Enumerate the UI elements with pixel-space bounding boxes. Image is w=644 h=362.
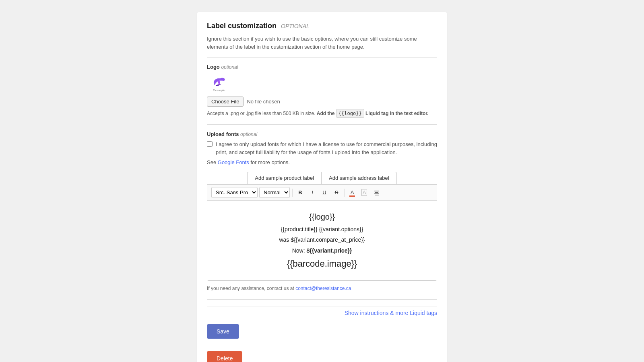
svg-rect-1 <box>374 191 379 191</box>
contact-link[interactable]: contact@theresistance.ca <box>295 286 351 291</box>
fonts-divider <box>207 124 437 125</box>
font-color-indicator <box>349 195 355 197</box>
delete-button[interactable]: Delete <box>207 351 242 362</box>
add-address-label-button[interactable]: Add sample address label <box>321 172 397 184</box>
choose-file-button[interactable]: Choose File <box>207 97 244 107</box>
editor-toolbar: Src. Sans Pro Normal B I U S A A <box>207 185 437 201</box>
font-select[interactable]: Src. Sans Pro <box>211 187 258 198</box>
show-instructions-row: Show instructions & more Liquid tags <box>207 306 437 316</box>
style-select[interactable]: Normal <box>259 187 290 198</box>
section-divider <box>207 57 437 58</box>
toolbar-separator-2 <box>344 189 345 197</box>
description-text: Ignore this section if you wish to use t… <box>207 35 437 51</box>
logo-preview: Example <box>207 73 231 93</box>
license-text: I agree to only upload fonts for which I… <box>216 140 437 156</box>
underline-button[interactable]: U <box>319 187 330 198</box>
logo-optional: optional <box>221 64 238 70</box>
assistance-text: If you need any assistance, contact us a… <box>207 284 437 293</box>
editor-line-compare-price: was ${{variant.compare_at_price}} <box>215 235 429 244</box>
upload-fonts-optional: optional <box>240 132 257 137</box>
no-file-text: No file chosen <box>247 99 280 105</box>
action-buttons: Save Delete <box>207 324 437 362</box>
instructions-divider <box>207 299 437 300</box>
google-fonts-link[interactable]: Google Fonts <box>218 159 249 165</box>
svg-rect-3 <box>374 193 379 194</box>
license-checkbox[interactable] <box>207 141 213 147</box>
editor-line-barcode: {{barcode.image}} <box>215 257 429 271</box>
editor-wrapper: Src. Sans Pro Normal B I U S A A <box>207 184 437 281</box>
file-hint: Accepts a .png or .jpg file less than 50… <box>207 109 437 118</box>
license-checkbox-row: I agree to only upload fonts for which I… <box>207 140 437 156</box>
save-button[interactable]: Save <box>207 324 239 339</box>
liquid-tag-logo: {{logo}} <box>336 109 364 118</box>
editor-content[interactable]: {{logo}} {{product.title}} {{variant.opt… <box>207 201 437 280</box>
optional-tag: OPTIONAL <box>281 23 310 29</box>
logo-example-label: Example <box>213 88 225 92</box>
save-row: Save <box>207 324 437 347</box>
align-center-icon <box>374 189 380 196</box>
see-more-text: See Google Fonts for more options. <box>207 159 437 165</box>
svg-rect-4 <box>375 195 379 195</box>
upload-fonts-label: Upload fonts optional <box>207 131 437 137</box>
editor-line-product: {{product.title}} {{variant.options}} <box>215 225 429 234</box>
font-color-label: A <box>351 189 354 195</box>
delete-row: Delete <box>207 351 437 362</box>
editor-section: Add sample product label Add sample addr… <box>207 172 437 316</box>
file-input-row: Choose File No file chosen <box>207 97 437 107</box>
logo-field: Logo optional Example Choose File No fil… <box>207 64 437 118</box>
editor-line-price: Now: ${{variant.price}} <box>215 246 429 255</box>
upload-fonts-section: Upload fonts optional I agree to only up… <box>207 131 437 165</box>
highlight-color-label: A <box>361 189 367 196</box>
add-product-label-button[interactable]: Add sample product label <box>247 172 321 184</box>
logo-svg-icon <box>212 75 226 88</box>
editor-top-buttons: Add sample product label Add sample addr… <box>207 172 437 184</box>
show-instructions-link[interactable]: Show instructions & more Liquid tags <box>345 310 437 316</box>
italic-button[interactable]: I <box>307 187 318 198</box>
editor-line-logo: {{logo}} <box>215 210 429 223</box>
svg-rect-2 <box>375 192 378 193</box>
align-button[interactable] <box>371 187 382 198</box>
bold-button[interactable]: B <box>295 187 305 198</box>
main-container: Label customization OPTIONAL Ignore this… <box>197 12 447 362</box>
toolbar-separator-1 <box>292 189 293 197</box>
section-title: Label customization OPTIONAL <box>207 22 437 30</box>
logo-label: Logo optional <box>207 64 437 70</box>
font-color-button[interactable]: A <box>347 187 357 198</box>
strikethrough-button[interactable]: S <box>331 187 342 198</box>
highlight-color-button[interactable]: A <box>359 187 369 198</box>
